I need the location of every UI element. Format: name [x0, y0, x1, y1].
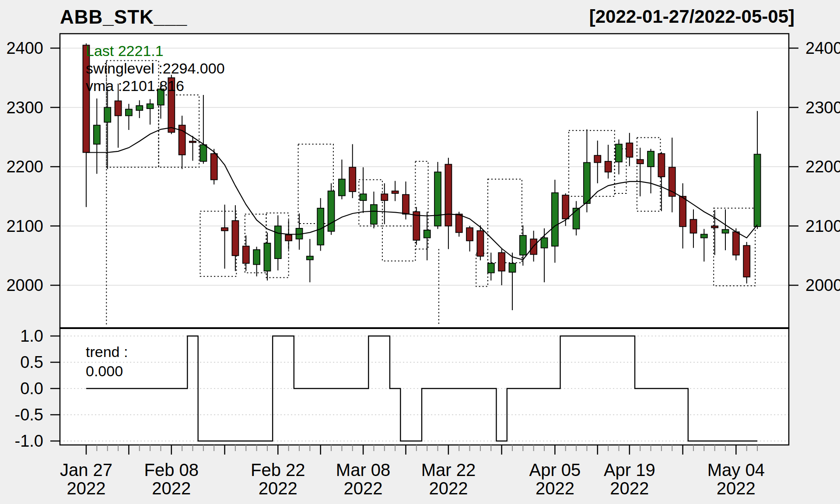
candle-down-25: [349, 167, 356, 192]
candle-up-32: [424, 230, 430, 238]
x-axis-year-1: 2022: [152, 479, 191, 498]
y-axis-label-right-2100: 2100: [805, 217, 840, 235]
chart-title: ABB_STK___: [60, 6, 187, 28]
candle-up-26: [360, 194, 367, 200]
candle-up-33: [434, 172, 441, 226]
legend-last-value: Last 2221.1: [86, 42, 225, 60]
candle-down-14: [232, 220, 238, 256]
trend-y-label--1: -1.0: [15, 432, 43, 450]
trend-y-label-0.5: 0.5: [20, 353, 43, 371]
candle-up-58: [701, 234, 707, 238]
y-axis-label-right-2400: 2400: [805, 39, 840, 57]
x-axis-date-feb-22: Feb 22: [251, 460, 305, 480]
y-axis-label-left-2200: 2200: [6, 158, 43, 176]
candle-down-30: [402, 195, 409, 214]
x-axis-year-2: 2022: [259, 479, 298, 498]
candle-up-40: [509, 263, 516, 272]
candle-up-6: [147, 104, 154, 108]
y-axis-label-left-2400: 2400: [6, 39, 43, 57]
candle-up-47: [584, 163, 590, 203]
x-axis-date-apr-19: Apr 19: [604, 460, 655, 480]
candle-up-21: [307, 256, 313, 260]
candle-up-50: [616, 144, 622, 162]
candle-up-23: [328, 191, 335, 231]
x-axis-year-3: 2022: [344, 479, 383, 498]
legend: Last 2221.1 swinglevel :2294.000 vma :21…: [86, 42, 225, 94]
trend-indicator-label: trend : 0.000: [86, 342, 128, 381]
candle-down-52: [637, 160, 644, 164]
legend-vma: vma :2101.816: [86, 77, 225, 94]
candle-down-37: [477, 231, 483, 256]
candle-down-36: [466, 228, 473, 241]
x-axis-year-0: 2022: [67, 479, 106, 498]
candle-up-27: [371, 205, 377, 224]
candle-down-39: [498, 252, 505, 271]
candle-up-2: [104, 108, 111, 122]
x-axis-year-4: 2022: [429, 479, 468, 498]
x-axis-year-5: 2022: [536, 479, 574, 498]
y-axis-label-left-2100: 2100: [6, 217, 43, 235]
trend-y-label--0.5: -0.5: [15, 406, 43, 424]
candle-down-61: [733, 232, 739, 255]
candle-down-10: [189, 141, 196, 143]
x-axis-date-mar-08: Mar 08: [336, 460, 391, 480]
candle-up-1: [94, 125, 100, 144]
candle-up-41: [520, 235, 526, 255]
candle-up-43: [541, 238, 548, 248]
candle-up-4: [126, 109, 132, 116]
y-axis-label-right-2300: 2300: [805, 98, 840, 117]
candle-down-48: [594, 155, 601, 162]
y-axis-label-right-2200: 2200: [805, 158, 840, 176]
candle-down-49: [605, 161, 612, 172]
candle-down-3: [115, 101, 122, 116]
x-axis-year-6: 2022: [610, 479, 649, 498]
candle-up-18: [275, 226, 281, 259]
x-axis-date-feb-08: Feb 08: [144, 460, 199, 480]
candle-down-56: [679, 196, 686, 227]
candle-up-38: [488, 263, 494, 273]
candle-down-45: [562, 195, 569, 219]
candle-down-51: [626, 143, 633, 158]
candle-down-34: [445, 164, 452, 226]
candle-down-29: [392, 191, 399, 193]
legend-swinglevel: swinglevel :2294.000: [86, 60, 225, 77]
candle-up-63: [754, 154, 761, 227]
x-axis-year-7: 2022: [717, 479, 756, 498]
candle-down-19: [285, 235, 292, 241]
candle-down-12: [211, 154, 217, 180]
y-axis-label-left-2300: 2300: [6, 98, 43, 117]
candle-down-62: [743, 245, 750, 277]
candle-down-59: [711, 226, 718, 228]
candle-up-16: [253, 250, 260, 265]
candle-up-22: [317, 208, 324, 245]
candle-up-5: [136, 105, 143, 110]
trend-label-name: trend :: [86, 342, 128, 361]
candle-up-17: [264, 243, 270, 271]
y-axis-label-left-2000: 2000: [6, 276, 43, 294]
x-axis-date-jan-27: Jan 27: [60, 460, 112, 480]
candle-down-28: [381, 194, 388, 200]
candle-up-53: [648, 151, 654, 167]
x-axis-date-apr-05: Apr 05: [529, 460, 581, 480]
trend-panel-bg: [60, 328, 789, 445]
y-axis-label-right-2000: 2000: [805, 276, 840, 294]
candle-down-35: [456, 214, 462, 232]
trend-y-label-0: 0.0: [20, 379, 43, 398]
candle-down-13: [221, 228, 228, 231]
x-axis-date-mar-22: Mar 22: [421, 460, 476, 480]
candle-down-31: [413, 212, 420, 240]
candle-down-15: [243, 246, 249, 263]
trend-label-value: 0.000: [86, 361, 128, 381]
date-range-label: [2022-01-27/2022-05-05]: [589, 6, 794, 27]
candle-up-60: [722, 230, 729, 233]
trend-y-label-1: 1.0: [20, 327, 43, 345]
candle-up-11: [200, 145, 206, 161]
x-axis-date-may-04: May 04: [707, 460, 765, 480]
candle-down-57: [690, 220, 696, 233]
candle-down-54: [658, 154, 665, 177]
candle-up-44: [552, 193, 558, 246]
candle-up-24: [339, 179, 345, 196]
candle-up-46: [573, 208, 580, 229]
